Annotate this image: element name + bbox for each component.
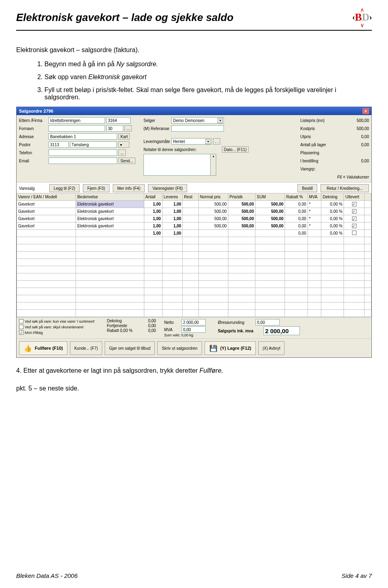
table-row[interactable] — [17, 288, 371, 295]
vareregister-button[interactable]: Vareregister (F8) — [148, 184, 187, 192]
chk-mva-label: MVA Pliktig — [25, 331, 43, 335]
kundeid-input[interactable]: 3164 — [106, 117, 131, 124]
line-items-grid[interactable]: Varenr / EAN / Modell Beskrivelse Antall… — [17, 193, 371, 317]
telefon-dots[interactable]: ... — [118, 149, 126, 156]
table-row[interactable] — [17, 244, 371, 252]
utlevert-checkbox[interactable]: ✓ — [352, 224, 356, 228]
poststed-arrow[interactable]: ▾ — [118, 141, 129, 148]
close-icon[interactable]: × — [363, 108, 369, 114]
col-antall[interactable]: Antall — [144, 193, 162, 201]
table-row[interactable] — [17, 281, 371, 288]
lbl-mva: MVA — [164, 328, 180, 332]
postnr-input[interactable]: 3113 — [48, 141, 69, 148]
table-row[interactable] — [17, 252, 371, 259]
table-row[interactable]: GavekortElektronisk gavekort1,001,00500,… — [17, 215, 371, 223]
utlevert-checkbox[interactable] — [352, 231, 356, 235]
table-row[interactable]: GavekortElektronisk gavekort1,001,00500,… — [17, 201, 371, 208]
selger-combo[interactable]: Demo Demonsen▾ — [171, 117, 224, 124]
lbl-referanse: (M) Referanse — [143, 126, 170, 131]
chk-sortiment[interactable] — [19, 319, 23, 323]
fullfore-button[interactable]: 👍 Fullføre (F10) — [19, 341, 67, 355]
poststed-input[interactable]: Tønsberg — [70, 141, 117, 148]
pkt5: pkt. 5 – se neste side. — [16, 384, 372, 393]
adresse-input[interactable]: Banebakken 1 — [48, 133, 117, 140]
lbl-varegrp: Varegrp: — [300, 167, 316, 171]
val-ibestilling: 0,00 — [361, 159, 369, 163]
lbl-ores: Øresavrunding — [218, 320, 254, 325]
col-utlevert[interactable]: Utlevert — [344, 193, 365, 201]
footer-right: Side 4 av 7 — [342, 572, 372, 579]
etternavn-input[interactable]: Idrettsforeningen — [48, 117, 105, 124]
lbl-antall: Antall på lager — [300, 143, 326, 147]
chevron-down-icon: ▾ — [205, 139, 211, 144]
kart-button[interactable]: Kart — [118, 133, 130, 140]
table-row[interactable]: GavekortElektronisk gavekort1,001,00500,… — [17, 208, 371, 215]
send-button[interactable]: Send... — [118, 158, 135, 164]
table-row[interactable] — [17, 302, 371, 310]
utlevert-checkbox[interactable]: ✓ — [352, 216, 356, 221]
col-prisstk[interactable]: Pris/stk — [228, 193, 255, 201]
avbryt-button[interactable]: (X) Avbryt — [258, 341, 285, 355]
merinfo-button[interactable]: Mer info (F4) — [113, 184, 145, 192]
table-row[interactable] — [17, 259, 371, 266]
lbl-plassering: Plassering — [300, 151, 319, 155]
leveringsmate-combo[interactable]: Hentet▾ — [171, 138, 212, 145]
salgsordre-window: Salgsordre 2796 × Ettern./Firma Idrettsf… — [16, 107, 372, 358]
fjern-button[interactable]: Fjern (F3) — [83, 184, 110, 192]
notater-textarea[interactable]: ▴ — [143, 154, 216, 176]
lbl-lev: Leveringsmåte — [143, 139, 170, 144]
kunde-button[interactable]: Kunde... (F7) — [70, 341, 102, 355]
logo: ∧ ‹BD› ∨ — [352, 8, 372, 27]
lbl-notater: Notater til denne salgsordren: — [143, 147, 221, 152]
table-row[interactable] — [17, 295, 371, 302]
chk-ukurant-label: Ved søk på vare: skjul ukurantevarer — [25, 325, 84, 329]
col-dekning[interactable]: Dekning — [321, 193, 344, 201]
col-mva[interactable]: MVA — [308, 193, 321, 201]
col-rest[interactable]: Rest — [183, 193, 198, 201]
varesalg-label: Varesalg — [19, 186, 35, 191]
col-leveres[interactable]: Leveres — [162, 193, 183, 201]
lbl-etternavn: Ettern./Firma — [19, 118, 47, 123]
chk-ukurant[interactable] — [19, 325, 23, 329]
dots-button[interactable]: ... — [124, 125, 132, 132]
chk-mvapliktig[interactable]: ✓ — [19, 330, 23, 335]
col-normal[interactable]: Normal pris — [198, 193, 228, 201]
referanse-input[interactable] — [171, 125, 224, 132]
chk-sortiment-label: Ved søk på vare: kun vise varer 'i sorti… — [25, 319, 95, 323]
col-varenr[interactable]: Varenr / EAN / Modell — [17, 193, 76, 201]
lbl-dekning: Dekning — [107, 319, 133, 323]
footer-left: Bleken Data AS - 2006 — [16, 572, 78, 579]
retur-button[interactable]: Retur / Kreditering... — [321, 184, 369, 192]
lbl-adresse: Adresse — [19, 134, 47, 139]
lagre-button[interactable]: 💾 (Y) Lagre (F12) — [205, 341, 256, 355]
bestill-button[interactable]: Bestill — [297, 184, 317, 192]
table-row[interactable] — [17, 273, 371, 281]
col-besk[interactable]: Beskrivelse — [76, 193, 144, 201]
utlevert-checkbox[interactable]: ✓ — [352, 209, 356, 214]
table-row[interactable] — [17, 237, 371, 244]
save-icon: 💾 — [209, 344, 218, 353]
utlevert-checkbox[interactable]: ✓ — [352, 202, 356, 206]
gjorom-button[interactable]: Gjør om salget til tilbud — [105, 341, 155, 355]
table-row[interactable]: GavekortElektronisk gavekort1,001,00500,… — [17, 223, 371, 230]
dotdot-button[interactable]: . . — [213, 138, 220, 145]
table-row[interactable] — [17, 310, 371, 317]
thumbs-up-icon: 👍 — [23, 344, 32, 353]
telefon-input[interactable] — [48, 149, 117, 156]
leggtil-button[interactable]: Legg til (F2) — [49, 184, 80, 192]
lbl-telefon: Telefon — [19, 151, 47, 155]
scrollbar[interactable]: ▴ — [210, 154, 216, 175]
dato-button[interactable]: Dato... (F11) — [222, 146, 249, 153]
fornavn-input[interactable] — [48, 125, 105, 132]
table-row[interactable]: 1,001,000,000,00 % — [17, 230, 371, 237]
val-antall: 0,00 — [361, 143, 369, 147]
col-sum[interactable]: SUM — [255, 193, 285, 201]
window-title: Salgsordre 2796 — [19, 109, 53, 113]
fornavn-nr[interactable]: 30 — [106, 125, 123, 132]
email-input[interactable] — [48, 158, 117, 164]
val-salgspris: 2 000,00 — [264, 326, 300, 335]
skrivut-button[interactable]: Skriv ut salgsordren — [157, 341, 202, 355]
lbl-fortj: Fortjeneste — [107, 323, 133, 328]
col-rabatt[interactable]: Rabatt % — [285, 193, 308, 201]
table-row[interactable] — [17, 266, 371, 273]
